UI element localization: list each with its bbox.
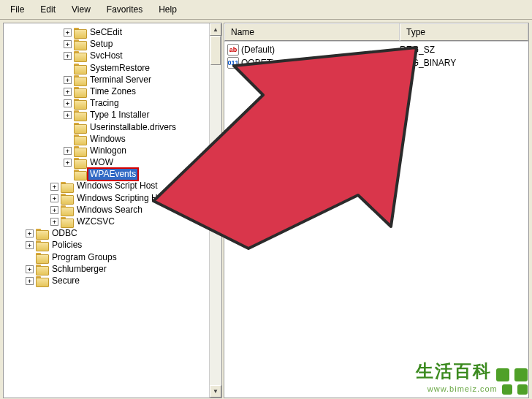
- tree-item[interactable]: +SvcHost: [5, 50, 220, 61]
- tree-item[interactable]: +Type 1 Installer: [5, 110, 220, 121]
- tree-item[interactable]: Program Groups: [5, 252, 220, 263]
- registry-tree: +SeCEdit+Setup+SvcHostSystemRestore+Term…: [4, 23, 221, 290]
- tree-item[interactable]: Windows: [5, 134, 220, 145]
- tree-label[interactable]: Winlogon: [88, 145, 128, 156]
- tree-item[interactable]: +Windows Script Host: [5, 180, 220, 191]
- tree-item[interactable]: +Schlumberger: [5, 264, 220, 275]
- tree-item[interactable]: +Time Zones: [5, 86, 220, 97]
- value-row[interactable]: 011OOBETimeREG_BINARY: [224, 56, 528, 69]
- tree-label[interactable]: Userinstallable.drivers: [88, 122, 178, 133]
- expander-icon[interactable]: +: [64, 40, 72, 48]
- values-list: ab(Default)REG_SZ011OOBETimeREG_BINARY: [224, 42, 528, 71]
- tree-item[interactable]: +SeCEdit: [5, 27, 220, 38]
- expander-icon[interactable]: +: [50, 206, 58, 214]
- tree-item[interactable]: WPAEvents: [5, 169, 220, 180]
- expander-icon: [64, 64, 72, 72]
- tree-item[interactable]: +Windows Scripting Host: [5, 193, 220, 204]
- expander-icon[interactable]: +: [64, 147, 72, 155]
- reg-string-icon: ab: [227, 44, 239, 56]
- col-name[interactable]: Name: [224, 23, 400, 41]
- folder-icon: [61, 194, 72, 203]
- tree-item[interactable]: +Windows Search: [5, 205, 220, 216]
- expander-icon[interactable]: +: [64, 111, 72, 119]
- expander-icon[interactable]: +: [26, 265, 34, 273]
- menu-view[interactable]: View: [64, 2, 98, 17]
- menu-help[interactable]: Help: [151, 2, 184, 17]
- folder-icon: [61, 205, 72, 215]
- tree-label[interactable]: Windows Script Host: [75, 180, 159, 191]
- reg-binary-icon: 011: [227, 57, 239, 69]
- tree-item[interactable]: +WOW: [5, 157, 220, 168]
- folder-icon: [74, 87, 86, 96]
- menu-edit[interactable]: Edit: [33, 2, 63, 17]
- tree-label[interactable]: Time Zones: [88, 86, 137, 97]
- expander-icon[interactable]: +: [50, 183, 58, 191]
- tree-item[interactable]: +Winlogon: [5, 145, 220, 156]
- expander-icon[interactable]: +: [64, 88, 72, 96]
- expander-icon[interactable]: +: [64, 99, 72, 107]
- expander-icon: [64, 170, 72, 178]
- values-panel: Name Type ab(Default)REG_SZ011OOBETimeRE…: [224, 23, 529, 398]
- tree-label[interactable]: Windows Search: [75, 205, 144, 216]
- folder-icon: [61, 217, 72, 227]
- menu-bar: File Edit View Favorites Help: [0, 0, 532, 20]
- folder-icon: [36, 229, 48, 238]
- tree-label[interactable]: WZCSVC: [75, 216, 116, 227]
- tree-item[interactable]: SystemRestore: [5, 63, 220, 74]
- expander-icon[interactable]: +: [26, 277, 34, 285]
- tree-item[interactable]: +Policies: [5, 240, 220, 251]
- tree-label[interactable]: Program Groups: [50, 252, 118, 263]
- expander-icon[interactable]: +: [64, 52, 72, 60]
- expander-icon: [64, 123, 72, 132]
- tree-label[interactable]: Windows: [88, 134, 127, 145]
- tree-label[interactable]: Terminal Server: [88, 75, 153, 86]
- tree-item[interactable]: +Terminal Server: [5, 75, 220, 86]
- expander-icon: [64, 135, 72, 143]
- expander-icon[interactable]: +: [64, 159, 72, 167]
- scroll-up-button[interactable]: ▲: [210, 23, 221, 36]
- tree-label[interactable]: WPAEvents: [88, 169, 137, 180]
- tree-label[interactable]: WOW: [88, 157, 115, 168]
- expander-icon[interactable]: +: [50, 194, 58, 202]
- tree-panel: +SeCEdit+Setup+SvcHostSystemRestore+Term…: [3, 23, 222, 398]
- menu-favorites[interactable]: Favorites: [99, 2, 150, 17]
- col-type[interactable]: Type: [400, 23, 528, 41]
- tree-label[interactable]: SeCEdit: [88, 27, 123, 38]
- tree-label[interactable]: SvcHost: [88, 50, 124, 61]
- tree-item[interactable]: +Setup: [5, 39, 220, 50]
- value-type: REG_SZ: [400, 45, 525, 55]
- tree-item[interactable]: +ODBC: [5, 228, 220, 239]
- tree-label[interactable]: SystemRestore: [88, 63, 151, 74]
- tree-label[interactable]: Type 1 Installer: [88, 110, 151, 121]
- folder-icon: [74, 146, 86, 156]
- expander-icon[interactable]: +: [26, 241, 34, 249]
- folder-icon: [61, 182, 72, 191]
- tree-item[interactable]: +WZCSVC: [5, 216, 220, 227]
- expander-icon[interactable]: +: [26, 229, 34, 238]
- value-row[interactable]: ab(Default)REG_SZ: [224, 43, 528, 56]
- expander-icon[interactable]: +: [64, 28, 72, 37]
- scroll-down-button[interactable]: ▼: [210, 385, 221, 398]
- scrollbar[interactable]: ▲ ▼: [209, 23, 221, 398]
- menu-file[interactable]: File: [3, 2, 31, 17]
- expander-icon[interactable]: +: [64, 76, 72, 84]
- folder-icon: [74, 99, 86, 108]
- tree-label[interactable]: Tracing: [88, 98, 121, 109]
- tree-item[interactable]: +Secure: [5, 276, 220, 286]
- tree-label[interactable]: Windows Scripting Host: [75, 193, 171, 204]
- tree-item[interactable]: +Tracing: [5, 98, 220, 109]
- folder-icon: [74, 39, 86, 49]
- folder-icon: [74, 123, 86, 132]
- folder-icon: [74, 170, 86, 179]
- tree-label[interactable]: Setup: [88, 39, 114, 50]
- scroll-thumb[interactable]: [210, 36, 221, 65]
- folder-icon: [74, 28, 86, 37]
- tree-label[interactable]: ODBC: [50, 228, 79, 239]
- folder-icon: [36, 265, 48, 274]
- expander-icon[interactable]: +: [50, 218, 58, 226]
- tree-item[interactable]: Userinstallable.drivers: [5, 122, 220, 133]
- tree-label[interactable]: Schlumberger: [50, 264, 108, 275]
- tree-label[interactable]: Policies: [50, 240, 83, 251]
- folder-icon: [74, 158, 86, 167]
- tree-label[interactable]: Secure: [50, 276, 81, 286]
